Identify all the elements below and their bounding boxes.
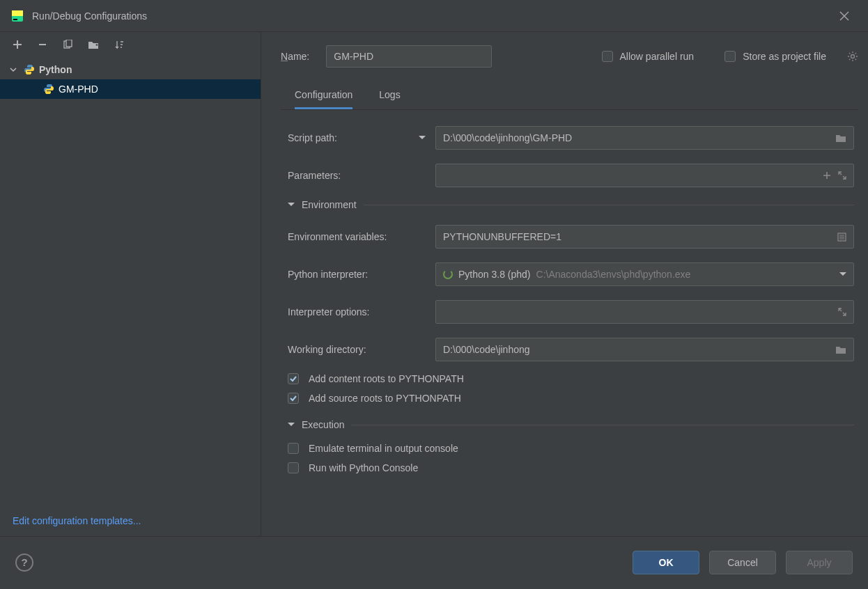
window-title: Run/Debug Configurations <box>32 10 832 22</box>
list-icon[interactable] <box>837 233 846 242</box>
python-icon <box>43 84 54 95</box>
source-roots-checkbox[interactable]: Add source roots to PYTHONPATH <box>288 393 854 404</box>
tree-item-gm-phd[interactable]: GM-PHD <box>0 79 261 99</box>
chevron-down-icon <box>288 201 295 208</box>
close-button[interactable] <box>832 3 857 29</box>
sidebar: Python GM-PHD Edit configuration templat… <box>0 32 261 536</box>
expand-icon[interactable] <box>838 171 846 180</box>
parameters-input[interactable] <box>435 164 854 187</box>
emulate-terminal-checkbox[interactable]: Emulate terminal in output console <box>288 443 854 454</box>
svg-rect-1 <box>12 10 23 16</box>
script-path-label: Script path: <box>288 132 337 143</box>
interpreter-select[interactable]: Python 3.8 (phd) C:\Anaconda3\envs\phd\p… <box>435 262 854 286</box>
chevron-down-icon <box>288 421 295 428</box>
footer: ? OK Cancel Apply <box>0 536 868 588</box>
workdir-input[interactable]: D:\000\code\jinhong <box>435 338 854 361</box>
titlebar: Run/Debug Configurations <box>0 0 868 32</box>
env-vars-input[interactable]: PYTHONUNBUFFERED=1 <box>435 225 854 249</box>
name-label: Name: <box>281 51 309 62</box>
run-python-console-checkbox[interactable]: Run with Python Console <box>288 462 854 473</box>
remove-icon[interactable] <box>38 40 47 49</box>
cancel-button[interactable]: Cancel <box>709 551 776 574</box>
script-path-dropdown-icon[interactable] <box>419 134 426 141</box>
tree-node-label: Python <box>39 64 72 75</box>
store-project-checkbox[interactable]: Store as project file <box>724 51 826 62</box>
close-icon <box>839 11 849 21</box>
ok-button[interactable]: OK <box>633 551 699 574</box>
content-roots-checkbox[interactable]: Add content roots to PYTHONPATH <box>288 373 854 384</box>
environment-section[interactable]: Environment <box>288 199 854 210</box>
tab-configuration[interactable]: Configuration <box>295 89 352 109</box>
tab-logs[interactable]: Logs <box>379 89 400 109</box>
configuration-form: Script path: D:\000\code\jinhong\GM-PHD … <box>281 110 858 482</box>
apply-button[interactable]: Apply <box>786 551 853 574</box>
help-button[interactable]: ? <box>15 553 33 572</box>
sort-icon[interactable] <box>114 40 124 49</box>
add-param-icon[interactable] <box>823 171 831 180</box>
loading-spinner-icon <box>443 269 453 279</box>
pycharm-icon <box>11 10 24 22</box>
edit-templates-link[interactable]: Edit configuration templates... <box>0 505 261 536</box>
gear-icon[interactable] <box>847 51 858 62</box>
folder-browse-icon[interactable] <box>835 345 846 354</box>
copy-icon[interactable] <box>63 40 72 49</box>
expand-icon[interactable] <box>838 308 846 316</box>
chevron-down-icon <box>10 66 20 73</box>
folder-icon[interactable] <box>88 40 99 49</box>
svg-rect-2 <box>13 19 17 20</box>
interp-opts-label: Interpreter options: <box>288 306 435 317</box>
add-icon[interactable] <box>13 40 22 49</box>
python-icon <box>24 64 35 75</box>
tree-node-python[interactable]: Python <box>0 60 261 79</box>
sidebar-toolbar <box>0 32 261 57</box>
tree-item-label: GM-PHD <box>59 84 98 95</box>
folder-browse-icon[interactable] <box>835 134 846 143</box>
execution-section[interactable]: Execution <box>288 419 854 430</box>
interp-opts-input[interactable] <box>435 300 854 324</box>
config-tree: Python GM-PHD <box>0 57 261 505</box>
main-panel: Name: Allow parallel run Store as projec… <box>261 32 868 536</box>
tabs: Configuration Logs <box>281 81 858 110</box>
allow-parallel-checkbox[interactable]: Allow parallel run <box>602 51 695 62</box>
svg-point-5 <box>851 55 855 58</box>
script-path-input[interactable]: D:\000\code\jinhong\GM-PHD <box>435 126 854 150</box>
name-input[interactable] <box>326 45 492 68</box>
svg-rect-4 <box>66 40 72 47</box>
chevron-down-icon <box>839 271 846 278</box>
